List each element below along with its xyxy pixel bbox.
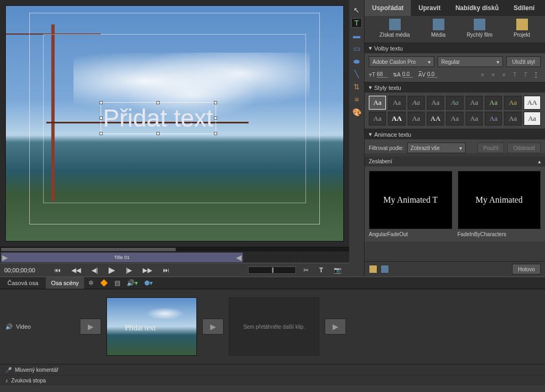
main-tabs: Uspořádat Upravit Nabídky disků Sdílení bbox=[365, 0, 545, 16]
style-swatch[interactable]: Aa bbox=[504, 96, 521, 110]
clip-dropzone[interactable]: Sem přetáhněte další klip. bbox=[229, 297, 319, 356]
title-tools: ↖ T ▬ ▭ ⬬ ╲ ⇅ ≡ 🎨 bbox=[349, 0, 364, 277]
text-styles-header[interactable]: ▾ Styly textu bbox=[365, 82, 545, 93]
text-animation-header[interactable]: ▾ Animace textu bbox=[365, 129, 545, 139]
filmstrip-icon bbox=[473, 18, 486, 31]
speaker-icon: 🔊 bbox=[5, 323, 13, 330]
style-swatch[interactable]: Aa bbox=[427, 96, 444, 110]
goto-end-button[interactable]: ⏭ bbox=[160, 266, 172, 274]
font-size-control[interactable]: ᴛT 68 bbox=[369, 71, 387, 78]
add-marker-button[interactable]: T bbox=[316, 266, 326, 274]
rounded-rect-tool[interactable]: ▭ bbox=[351, 44, 362, 53]
done-button[interactable]: Hotovo bbox=[512, 264, 541, 274]
mini-timeline[interactable]: Title 01 bbox=[0, 247, 349, 263]
split-clip-button[interactable]: ✂ bbox=[300, 266, 312, 274]
save-style-button[interactable]: Uložit styl bbox=[506, 56, 541, 67]
transition-slot[interactable]: ▶ bbox=[325, 319, 346, 335]
adjust-tool[interactable]: ⇅ bbox=[351, 82, 362, 91]
font-family-dropdown[interactable]: Adobe Caslon Pro▾ bbox=[369, 56, 434, 67]
media-button[interactable]: Média bbox=[431, 18, 445, 40]
align-center-button[interactable]: ≡ bbox=[489, 70, 498, 79]
audio-icon[interactable]: 🔊▾ bbox=[125, 279, 140, 287]
align-left-button[interactable]: ≡ bbox=[478, 70, 488, 79]
tracking-control[interactable]: A̅V 0.0 bbox=[418, 71, 438, 78]
animation-preset[interactable]: My Animated T AngularFadeOut bbox=[369, 171, 452, 237]
style-swatch[interactable]: Aa bbox=[408, 96, 425, 110]
italic-button[interactable]: T bbox=[521, 70, 530, 79]
step-back-button[interactable]: ◀| bbox=[88, 266, 101, 274]
style-swatch[interactable]: Aa bbox=[369, 96, 386, 110]
animation-preset[interactable]: My Animated FadeInByCharacters bbox=[458, 171, 541, 237]
style-swatch[interactable]: Aa bbox=[369, 112, 386, 126]
soundtrack-track[interactable]: ♪ Zvuková stopa bbox=[0, 375, 545, 386]
leading-icon: ⇅A bbox=[393, 72, 401, 78]
project-button[interactable]: Projekt bbox=[514, 18, 530, 40]
transition-slot[interactable]: ▶ bbox=[80, 319, 101, 335]
instant-movie-button[interactable]: Rychlý film bbox=[467, 18, 492, 40]
trash-icon[interactable] bbox=[381, 265, 389, 273]
narration-track[interactable]: 🎤 Mluvený komentář bbox=[0, 364, 545, 375]
color-tool[interactable]: 🎨 bbox=[351, 107, 362, 117]
ellipse-tool[interactable]: ⬬ bbox=[351, 56, 362, 66]
bold-button[interactable]: T bbox=[510, 70, 519, 79]
style-swatch[interactable]: Aa bbox=[446, 112, 463, 126]
apply-button[interactable]: Použít bbox=[477, 143, 504, 153]
selection-tool[interactable]: ↖ bbox=[351, 5, 362, 15]
gradient-tool[interactable]: ≡ bbox=[351, 95, 362, 104]
style-swatch[interactable]: Aa bbox=[446, 96, 463, 110]
style-swatch[interactable]: Aa bbox=[524, 112, 541, 126]
leading-control[interactable]: ⇅A 0.0 bbox=[393, 71, 413, 78]
step-forward-button[interactable]: |▶ bbox=[122, 266, 135, 274]
text-tool[interactable]: T bbox=[351, 18, 362, 28]
style-swatch[interactable]: Aa bbox=[466, 112, 483, 126]
zoom-icon[interactable]: ✲ bbox=[86, 279, 96, 287]
font-style-dropdown[interactable]: Regular▾ bbox=[437, 56, 503, 67]
scroll-up-icon[interactable]: ▴ bbox=[538, 159, 541, 164]
smart-trim-icon[interactable]: 🔶 bbox=[98, 279, 110, 287]
style-swatch[interactable]: AA bbox=[427, 112, 444, 126]
style-swatch[interactable]: Aa bbox=[388, 96, 405, 110]
style-swatch[interactable]: Aa bbox=[466, 96, 483, 110]
properties-icon[interactable]: ▤ bbox=[112, 279, 122, 287]
get-media-button[interactable]: Získat média bbox=[379, 18, 410, 40]
timeline-clip[interactable]: Title 01 bbox=[1, 253, 243, 262]
style-swatch[interactable]: Aa bbox=[485, 96, 502, 110]
overlay-text: Přidat text bbox=[103, 104, 213, 132]
rectangle-tool[interactable]: ▬ bbox=[351, 31, 362, 40]
chevron-down-icon: ▾ bbox=[497, 59, 499, 65]
fast-forward-button[interactable]: ▶▶ bbox=[139, 266, 155, 274]
remove-button[interactable]: Odstranit bbox=[507, 143, 541, 153]
tab-timeline[interactable]: Časová osa bbox=[2, 277, 44, 289]
tab-organize[interactable]: Uspořádat bbox=[365, 0, 411, 16]
style-swatch[interactable]: Aa bbox=[504, 112, 521, 126]
get-media-icon bbox=[389, 18, 401, 31]
animation-preset-name: FadeInByCharacters bbox=[458, 231, 541, 237]
animation-preview-thumb: My Animated bbox=[458, 171, 541, 229]
play-button[interactable]: ▶ bbox=[105, 265, 118, 275]
transition-slot[interactable]: ▶ bbox=[202, 319, 224, 335]
style-swatch[interactable]: Aa bbox=[408, 112, 425, 126]
tab-disc-menus[interactable]: Nabídky disků bbox=[448, 0, 506, 16]
text-options-header[interactable]: ▾ Volby textu bbox=[365, 43, 545, 53]
line-tool[interactable]: ╲ bbox=[351, 69, 362, 79]
goto-start-button[interactable]: ⏮ bbox=[51, 266, 64, 274]
animation-group-header: Zeslabení ▴ bbox=[365, 156, 545, 166]
style-swatch[interactable]: Aa bbox=[485, 112, 502, 126]
filter-dropdown[interactable]: Zobrazit vše▾ bbox=[407, 143, 466, 153]
folder-icon[interactable] bbox=[369, 265, 377, 273]
freeze-frame-button[interactable]: 📷 bbox=[331, 266, 345, 274]
tab-sceneline[interactable]: Osa scény bbox=[46, 277, 84, 289]
align-right-button[interactable]: ≡ bbox=[499, 70, 509, 79]
style-swatch[interactable]: AA bbox=[388, 112, 405, 126]
tab-share[interactable]: Sdílení bbox=[506, 0, 542, 16]
underline-button[interactable]: T bbox=[531, 70, 541, 79]
preview-monitor[interactable]: Přidat text bbox=[5, 5, 344, 241]
shuttle-slider[interactable] bbox=[248, 266, 296, 274]
title-text-overlay[interactable]: Přidat text bbox=[101, 102, 216, 134]
filter-label: Filtrovat podle: bbox=[369, 145, 404, 151]
tab-edit[interactable]: Upravit bbox=[411, 0, 448, 16]
rewind-button[interactable]: ◀◀ bbox=[68, 266, 84, 274]
marker-icon[interactable]: ⬢▾ bbox=[142, 279, 155, 287]
scene-clip[interactable]: Přidat text bbox=[106, 297, 197, 356]
style-swatch[interactable]: AA bbox=[524, 96, 541, 110]
